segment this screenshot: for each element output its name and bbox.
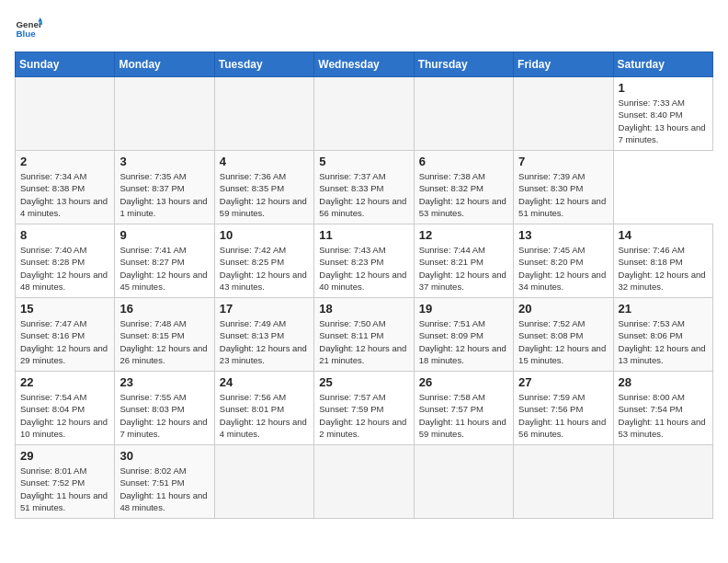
day-detail: Sunrise: 8:02 AMSunset: 7:51 PMDaylight:… — [119, 465, 207, 512]
day-number: 20 — [518, 302, 608, 316]
calendar-header-monday: Monday — [115, 52, 214, 77]
calendar-cell: 9 Sunrise: 7:41 AMSunset: 8:27 PMDayligh… — [115, 224, 214, 298]
day-number: 16 — [119, 302, 209, 316]
calendar-cell: 29 Sunrise: 8:01 AMSunset: 7:52 PMDaylig… — [16, 445, 115, 519]
calendar-cell: 7 Sunrise: 7:39 AMSunset: 8:30 PMDayligh… — [514, 151, 613, 224]
day-number: 30 — [119, 449, 209, 463]
day-number: 12 — [419, 228, 508, 242]
calendar-header-row: SundayMondayTuesdayWednesdayThursdayFrid… — [16, 52, 713, 77]
logo-icon: General Blue — [15, 15, 42, 42]
calendar-cell: 6 Sunrise: 7:38 AMSunset: 8:32 PMDayligh… — [414, 151, 513, 224]
day-detail: Sunrise: 7:44 AMSunset: 8:21 PMDaylight:… — [419, 245, 506, 292]
day-number: 25 — [319, 375, 408, 389]
calendar-cell: 25 Sunrise: 7:57 AMSunset: 7:59 PMDaylig… — [314, 372, 414, 445]
calendar-table: SundayMondayTuesdayWednesdayThursdayFrid… — [15, 52, 713, 519]
day-detail: Sunrise: 7:41 AMSunset: 8:27 PMDaylight:… — [119, 245, 207, 292]
day-number: 10 — [220, 228, 309, 242]
calendar-cell — [314, 77, 414, 151]
calendar-cell: 13 Sunrise: 7:45 AMSunset: 8:20 PMDaylig… — [514, 224, 613, 298]
svg-text:Blue: Blue — [17, 29, 37, 39]
calendar-cell — [115, 77, 214, 151]
day-detail: Sunrise: 7:33 AMSunset: 8:40 PMDaylight:… — [619, 98, 706, 144]
day-number: 4 — [220, 155, 309, 168]
day-number: 24 — [220, 375, 309, 389]
day-detail: Sunrise: 8:00 AMSunset: 7:54 PMDaylight:… — [619, 392, 706, 439]
svg-text:General: General — [17, 19, 43, 29]
calendar-week-row: 15 Sunrise: 7:47 AMSunset: 8:16 PMDaylig… — [16, 298, 713, 372]
day-number: 11 — [319, 228, 408, 242]
day-number: 26 — [419, 375, 508, 389]
calendar-cell: 16 Sunrise: 7:48 AMSunset: 8:15 PMDaylig… — [115, 298, 214, 372]
day-number: 23 — [119, 375, 209, 389]
day-detail: Sunrise: 7:40 AMSunset: 8:28 PMDaylight:… — [20, 245, 108, 292]
day-detail: Sunrise: 7:42 AMSunset: 8:25 PMDaylight:… — [220, 245, 307, 292]
calendar-header-saturday: Saturday — [613, 52, 712, 77]
day-detail: Sunrise: 8:01 AMSunset: 7:52 PMDaylight:… — [20, 465, 108, 512]
day-detail: Sunrise: 7:34 AMSunset: 8:38 PMDaylight:… — [20, 171, 108, 218]
day-number: 9 — [119, 228, 209, 242]
page-header: General Blue — [15, 15, 713, 42]
calendar-cell: 4 Sunrise: 7:36 AMSunset: 8:35 PMDayligh… — [214, 151, 313, 224]
day-number: 5 — [319, 155, 408, 168]
calendar-cell — [514, 77, 613, 151]
day-number: 22 — [20, 375, 109, 389]
day-number: 14 — [619, 228, 708, 242]
calendar-cell — [514, 445, 613, 519]
calendar-cell: 21 Sunrise: 7:53 AMSunset: 8:06 PMDaylig… — [613, 298, 712, 372]
day-detail: Sunrise: 7:52 AMSunset: 8:08 PMDaylight:… — [518, 318, 606, 365]
day-detail: Sunrise: 7:39 AMSunset: 8:30 PMDaylight:… — [518, 171, 606, 218]
calendar-header-sunday: Sunday — [16, 52, 115, 77]
day-number: 21 — [619, 302, 708, 316]
calendar-cell: 14 Sunrise: 7:46 AMSunset: 8:18 PMDaylig… — [613, 224, 712, 298]
day-detail: Sunrise: 7:53 AMSunset: 8:06 PMDaylight:… — [619, 318, 706, 365]
day-detail: Sunrise: 7:57 AMSunset: 7:59 PMDaylight:… — [319, 392, 406, 439]
day-detail: Sunrise: 7:59 AMSunset: 7:56 PMDaylight:… — [518, 392, 606, 439]
day-number: 6 — [419, 155, 508, 168]
day-number: 3 — [119, 155, 209, 168]
day-number: 18 — [319, 302, 408, 316]
calendar-cell: 20 Sunrise: 7:52 AMSunset: 8:08 PMDaylig… — [514, 298, 613, 372]
calendar-cell: 18 Sunrise: 7:50 AMSunset: 8:11 PMDaylig… — [314, 298, 414, 372]
calendar-header-tuesday: Tuesday — [214, 52, 313, 77]
calendar-cell: 24 Sunrise: 7:56 AMSunset: 8:01 PMDaylig… — [214, 372, 313, 445]
day-number: 27 — [518, 375, 608, 389]
day-detail: Sunrise: 7:49 AMSunset: 8:13 PMDaylight:… — [220, 318, 307, 365]
calendar-cell: 11 Sunrise: 7:43 AMSunset: 8:23 PMDaylig… — [314, 224, 414, 298]
calendar-week-row: 2 Sunrise: 7:34 AMSunset: 8:38 PMDayligh… — [16, 151, 713, 224]
calendar-header-thursday: Thursday — [414, 52, 513, 77]
day-detail: Sunrise: 7:56 AMSunset: 8:01 PMDaylight:… — [220, 392, 307, 439]
day-number: 2 — [20, 155, 109, 168]
day-detail: Sunrise: 7:54 AMSunset: 8:04 PMDaylight:… — [20, 392, 108, 439]
calendar-week-row: 1 Sunrise: 7:33 AMSunset: 8:40 PMDayligh… — [16, 77, 713, 151]
calendar-cell — [16, 77, 115, 151]
calendar-cell — [414, 77, 513, 151]
day-detail: Sunrise: 7:48 AMSunset: 8:15 PMDaylight:… — [119, 318, 207, 365]
calendar-cell — [214, 77, 313, 151]
calendar-cell: 2 Sunrise: 7:34 AMSunset: 8:38 PMDayligh… — [16, 151, 115, 224]
day-number: 1 — [619, 81, 708, 95]
calendar-cell — [214, 445, 313, 519]
day-detail: Sunrise: 7:51 AMSunset: 8:09 PMDaylight:… — [419, 318, 506, 365]
calendar-cell: 30 Sunrise: 8:02 AMSunset: 7:51 PMDaylig… — [115, 445, 214, 519]
calendar-cell: 26 Sunrise: 7:58 AMSunset: 7:57 PMDaylig… — [414, 372, 513, 445]
calendar-cell: 1 Sunrise: 7:33 AMSunset: 8:40 PMDayligh… — [613, 77, 712, 151]
day-detail: Sunrise: 7:50 AMSunset: 8:11 PMDaylight:… — [319, 318, 406, 365]
calendar-week-row: 29 Sunrise: 8:01 AMSunset: 7:52 PMDaylig… — [16, 445, 713, 519]
logo: General Blue — [15, 15, 42, 42]
calendar-week-row: 8 Sunrise: 7:40 AMSunset: 8:28 PMDayligh… — [16, 224, 713, 298]
calendar-cell: 27 Sunrise: 7:59 AMSunset: 7:56 PMDaylig… — [514, 372, 613, 445]
day-number: 8 — [20, 228, 109, 242]
day-detail: Sunrise: 7:37 AMSunset: 8:33 PMDaylight:… — [319, 171, 406, 218]
day-number: 15 — [20, 302, 109, 316]
day-number: 17 — [220, 302, 309, 316]
day-number: 7 — [518, 155, 608, 168]
calendar-header-wednesday: Wednesday — [314, 52, 414, 77]
calendar-cell: 3 Sunrise: 7:35 AMSunset: 8:37 PMDayligh… — [115, 151, 214, 224]
calendar-cell: 22 Sunrise: 7:54 AMSunset: 8:04 PMDaylig… — [16, 372, 115, 445]
calendar-cell: 5 Sunrise: 7:37 AMSunset: 8:33 PMDayligh… — [314, 151, 414, 224]
day-detail: Sunrise: 7:45 AMSunset: 8:20 PMDaylight:… — [518, 245, 606, 292]
day-detail: Sunrise: 7:36 AMSunset: 8:35 PMDaylight:… — [220, 171, 307, 218]
day-number: 19 — [419, 302, 508, 316]
calendar-cell: 23 Sunrise: 7:55 AMSunset: 8:03 PMDaylig… — [115, 372, 214, 445]
calendar-cell: 28 Sunrise: 8:00 AMSunset: 7:54 PMDaylig… — [613, 372, 712, 445]
